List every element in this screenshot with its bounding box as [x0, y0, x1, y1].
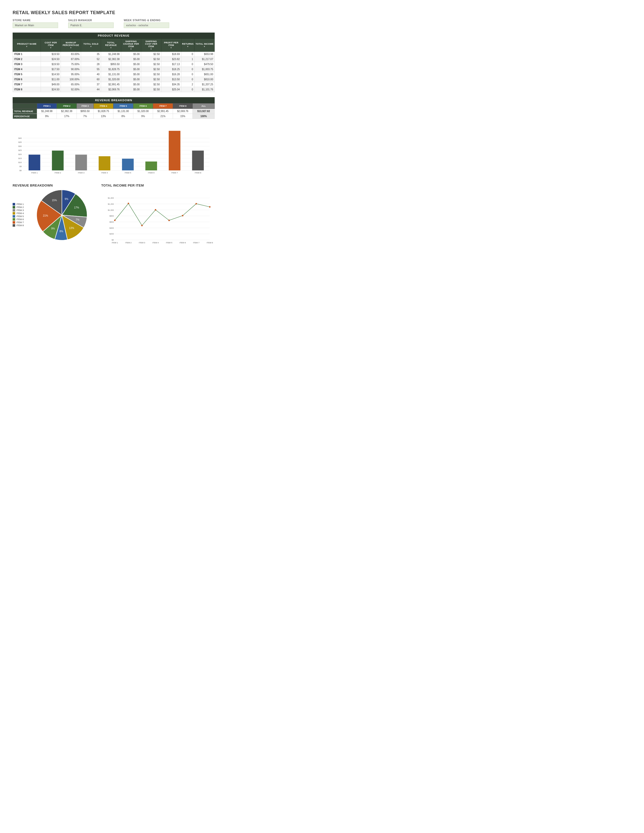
svg-text:ITEM 1: ITEM 1: [31, 172, 38, 174]
table-row: ITEM 3$19.5075.00%28$955.50$5.00$2.50$17…: [13, 62, 215, 67]
svg-text:ITEM 5: ITEM 5: [166, 241, 172, 244]
table-cell: 87.00%: [61, 57, 81, 62]
svg-text:ITEM 8: ITEM 8: [206, 241, 213, 244]
table-cell: ITEM 7: [13, 82, 41, 87]
table-cell: 92.00%: [61, 87, 81, 92]
svg-text:ITEM 7: ITEM 7: [193, 241, 199, 244]
svg-text:$10: $10: [18, 161, 22, 164]
table-cell: $5.00: [121, 87, 141, 92]
pie-section: REVENUE BREAKDOWN ITEM 1ITEM 2ITEM 3ITEM…: [13, 183, 94, 253]
legend-item: ITEM 8: [13, 224, 33, 227]
svg-text:$1,000: $1,000: [108, 209, 114, 211]
table-cell: $23.82: [161, 57, 181, 62]
table-cell: $810.00: [195, 77, 215, 82]
table-cell: $5.00: [121, 77, 141, 82]
table-cell: ITEM 6: [13, 77, 41, 82]
svg-text:$800: $800: [109, 215, 114, 217]
svg-rect-26: [122, 159, 134, 170]
svg-point-60: [141, 225, 143, 226]
table-cell: $651.00: [195, 72, 215, 77]
table-cell: $19.50: [41, 52, 61, 57]
table-cell: ITEM 2: [13, 57, 41, 62]
manager-label: SALES MANAGER: [68, 19, 114, 22]
table-cell: $5.00: [121, 72, 141, 77]
table-cell: $5.00: [121, 82, 141, 87]
table-cell: $2.50: [141, 72, 161, 77]
svg-text:13%: 13%: [69, 227, 74, 230]
table-cell: 2: [181, 82, 195, 87]
table-cell: ITEM 3: [13, 62, 41, 67]
table-cell: $49.00: [41, 82, 61, 87]
table-cell: $18.69: [161, 52, 181, 57]
table-cell: $17.50: [41, 67, 61, 72]
pie-title: REVENUE BREAKDOWN: [13, 183, 94, 187]
svg-text:ITEM 8: ITEM 8: [195, 172, 201, 174]
info-row: STORE NAME Market on Main SALES MANAGER …: [13, 19, 215, 28]
legend-item: ITEM 3: [13, 209, 33, 212]
svg-text:ITEM 7: ITEM 7: [171, 172, 178, 174]
svg-text:17%: 17%: [74, 206, 79, 209]
week-label: WEEK STARTING & ENDING: [124, 19, 169, 22]
svg-text:$35: $35: [18, 141, 22, 143]
breakdown-title: REVENUE BREAKDOWN: [13, 97, 215, 103]
table-cell: $16.28: [161, 72, 181, 77]
table-cell: 60: [81, 77, 101, 82]
manager-value[interactable]: Patrick E.: [68, 23, 114, 28]
table-row: ITEM 7$49.0065.00%37$2,991.45$5.00$2.50$…: [13, 82, 215, 87]
svg-text:$1,400: $1,400: [108, 197, 114, 199]
line-title: TOTAL INCOME PER ITEM: [101, 183, 215, 187]
svg-point-61: [155, 209, 156, 211]
svg-text:$5: $5: [19, 165, 22, 167]
svg-text:$600: $600: [109, 221, 114, 223]
store-value[interactable]: Market on Main: [13, 23, 58, 28]
table-cell: 44: [81, 87, 101, 92]
svg-text:$25: $25: [18, 149, 22, 151]
week-value[interactable]: xx/xx/xx - xx/xx/xx: [124, 23, 169, 28]
svg-text:8%: 8%: [60, 230, 63, 233]
table-cell: $1,101.76: [195, 87, 215, 92]
table-cell: 65.00%: [61, 82, 81, 87]
table-cell: $955.50: [101, 62, 121, 67]
table-cell: ITEM 4: [13, 67, 41, 72]
table-cell: 40: [81, 72, 101, 77]
table-cell: ITEM 8: [13, 87, 41, 92]
svg-text:ITEM 6: ITEM 6: [179, 241, 186, 244]
svg-text:ITEM 2: ITEM 2: [55, 172, 61, 174]
svg-rect-22: [75, 155, 87, 170]
table-cell: $1,248.98: [101, 52, 121, 57]
charts-area: $0$5$10$15$20$25$30$35$40ITEM 1ITEM 2ITE…: [13, 125, 215, 181]
table-cell: 83.00%: [61, 52, 81, 57]
table-cell: 55: [81, 67, 101, 72]
main-title: RETAIL WEEKLY SALES REPORT TEMPLATE: [13, 10, 215, 15]
svg-rect-20: [52, 151, 64, 170]
legend-item: ITEM 2: [13, 206, 33, 209]
table-cell: $2.50: [141, 52, 161, 57]
svg-text:$15: $15: [18, 157, 22, 159]
table-cell: 0: [181, 62, 195, 67]
table-cell: $2,382.38: [101, 57, 121, 62]
svg-text:ITEM 6: ITEM 6: [148, 172, 155, 174]
table-cell: $5.00: [121, 57, 141, 62]
svg-text:ITEM 5: ITEM 5: [124, 172, 131, 174]
breakdown-pct-row: PERCENTAGE9%17%7%13%8%9%21%15%100%: [13, 114, 215, 119]
svg-rect-32: [192, 151, 204, 170]
svg-point-65: [209, 206, 211, 208]
table-cell: $5.00: [121, 62, 141, 67]
table-cell: $2,991.45: [101, 82, 121, 87]
legend-item: ITEM 7: [13, 221, 33, 224]
table-cell: 37: [81, 82, 101, 87]
table-cell: 1: [181, 57, 195, 62]
line-chart: $0$200$400$600$800$1,000$1,200$1,400ITEM…: [101, 190, 215, 253]
table-cell: 0: [181, 52, 195, 57]
table-cell: $1,217.07: [195, 57, 215, 62]
svg-point-64: [195, 203, 197, 204]
table-row: ITEM 1$19.5083.00%35$1,248.98$5.00$2.50$…: [13, 52, 215, 57]
svg-text:$0: $0: [112, 239, 114, 241]
svg-text:$1,200: $1,200: [108, 203, 114, 205]
svg-text:$200: $200: [109, 233, 114, 235]
svg-text:$20: $20: [18, 153, 22, 156]
table-cell: $25.04: [161, 87, 181, 92]
table-cell: $34.35: [161, 82, 181, 87]
breakdown-table: ITEM 1ITEM 2ITEM 3ITEM 4ITEM 5ITEM 6ITEM…: [13, 103, 215, 119]
legend-item: ITEM 1: [13, 203, 33, 206]
